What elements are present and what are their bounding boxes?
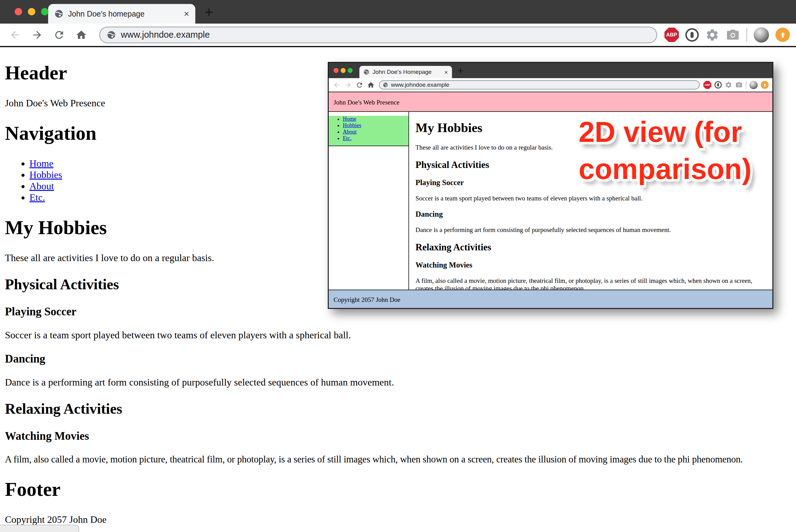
update-button[interactable]	[775, 27, 790, 42]
camera-icon	[735, 81, 743, 89]
dancing-heading: Dancing	[415, 210, 766, 218]
forward-arrow-icon[interactable]	[31, 29, 43, 41]
footer-heading: Footer	[5, 478, 791, 501]
nav-link-home[interactable]: Home	[30, 158, 53, 169]
overlay-line-1: 2D view (for	[579, 113, 752, 150]
screenshot-toolbar: www.johndoe.example ABP	[329, 78, 772, 92]
nav-link-etc: Etc.	[343, 135, 352, 141]
soccer-paragraph: Soccer is a team sport played between tw…	[5, 329, 791, 341]
up-arrow-icon	[779, 31, 787, 39]
address-bar[interactable]: www.johndoe.example	[99, 27, 657, 43]
overlay-line-2: comparison)	[579, 150, 752, 188]
tab-close-icon: ×	[444, 69, 448, 75]
screenshot-browser-tab: John Doe's Homepage ×	[359, 66, 452, 78]
screenshot-page-header: John Doe's Web Presence	[329, 92, 772, 112]
browser-window: John Doe's homepage × + www.johndoe.exam…	[0, 0, 796, 532]
list-item: Home	[343, 116, 408, 122]
extension-area: ABP	[664, 27, 790, 43]
watching-movies-heading: Watching Movies	[415, 261, 766, 269]
up-arrow-icon	[763, 83, 767, 87]
movies-paragraph: A film, also called a movie, motion pict…	[5, 454, 791, 465]
back-arrow-icon[interactable]	[9, 29, 21, 41]
nav-link-home: Home	[343, 116, 356, 122]
back-arrow-icon	[333, 81, 341, 89]
new-tab-button[interactable]: +	[205, 4, 214, 20]
tab-title: John Doe's homepage	[68, 10, 144, 18]
password-manager-icon[interactable]	[685, 28, 699, 42]
movies-paragraph: A film, also called a movie, motion pict…	[415, 277, 766, 290]
nav-list: Home Hobbies About Etc.	[329, 116, 408, 141]
list-item: Hobbies	[343, 122, 408, 129]
toolbar-divider	[746, 81, 746, 89]
list-item: Etc.	[343, 135, 408, 141]
globe-favicon-icon	[54, 9, 63, 18]
relaxing-activities-heading: Relaxing Activities	[415, 242, 766, 253]
screenshot-tab-strip: John Doe's Homepage × +	[329, 63, 772, 78]
window-controls	[15, 8, 49, 15]
gear-icon	[725, 81, 732, 89]
globe-favicon-icon	[363, 69, 369, 75]
footer-copyright: Copyright 2057 John Doe	[5, 514, 791, 525]
update-button	[761, 81, 769, 89]
browser-toolbar: www.johndoe.example ABP	[0, 24, 796, 47]
new-tab-icon: +	[458, 65, 464, 76]
screenshot-page-footer: Copyright 2057 John Doe	[329, 290, 772, 308]
tab-strip: John Doe's homepage × +	[0, 0, 796, 24]
reload-icon[interactable]	[53, 29, 65, 41]
close-window-button[interactable]	[15, 8, 22, 15]
nav-link-hobbies: Hobbies	[343, 122, 361, 128]
tab-close-icon[interactable]: ×	[184, 9, 189, 18]
profile-avatar[interactable]	[754, 27, 769, 43]
screenshot-extension-area: ABP	[703, 81, 769, 89]
url-text: www.johndoe.example	[391, 81, 449, 88]
forward-arrow-icon	[344, 81, 352, 89]
password-manager-icon	[715, 81, 722, 89]
status-bubble	[0, 525, 79, 532]
minimize-window-button[interactable]	[28, 8, 35, 15]
gear-icon[interactable]	[705, 28, 719, 42]
screenshot-nav-box: Home Hobbies About Etc.	[329, 116, 408, 146]
site-globe-icon	[383, 82, 388, 88]
embedded-browser-screenshot: John Doe's Homepage × + www.johndoe.exam…	[328, 62, 773, 309]
camera-icon[interactable]	[726, 28, 740, 42]
nav-link-about[interactable]: About	[30, 180, 54, 192]
overlay-annotation: 2D view (for comparison)	[579, 113, 752, 188]
profile-avatar	[749, 81, 758, 89]
adblock-plus-icon[interactable]: ABP	[664, 27, 679, 42]
nav-link-hobbies[interactable]: Hobbies	[30, 169, 62, 180]
screenshot-nav-column: Home Hobbies About Etc.	[329, 112, 409, 290]
dancing-heading: Dancing	[5, 352, 791, 365]
browser-tab[interactable]: John Doe's homepage ×	[48, 4, 195, 24]
list-item: About	[343, 129, 408, 135]
minimize-window-icon	[341, 68, 346, 73]
toolbar-divider	[746, 28, 747, 42]
zoom-window-icon	[348, 68, 353, 73]
reload-icon	[356, 81, 363, 89]
screenshot-tab-title: John Doe's Homepage	[373, 69, 432, 75]
screenshot-window-controls	[334, 68, 353, 73]
home-icon	[367, 81, 375, 89]
adblock-plus-icon: ABP	[703, 81, 711, 89]
nav-link-etc[interactable]: Etc.	[30, 192, 45, 203]
zoom-window-button[interactable]	[41, 8, 49, 15]
watching-movies-heading: Watching Movies	[5, 429, 791, 442]
screenshot-address-bar: www.johndoe.example	[379, 80, 700, 90]
url-text: www.johndoe.example	[121, 30, 210, 40]
close-window-icon	[334, 68, 338, 73]
relaxing-activities-heading: Relaxing Activities	[5, 400, 791, 417]
dancing-paragraph: Dance is a performing art form consistin…	[5, 377, 791, 388]
soccer-paragraph: Soccer is a team sport played between tw…	[415, 195, 766, 202]
site-globe-icon	[107, 30, 116, 40]
dancing-paragraph: Dance is a performing art form consistin…	[415, 226, 766, 234]
home-icon[interactable]	[75, 29, 87, 41]
nav-link-about: About	[343, 129, 357, 135]
page-content: Header John Doe's Web Presence Navigatio…	[0, 49, 796, 532]
